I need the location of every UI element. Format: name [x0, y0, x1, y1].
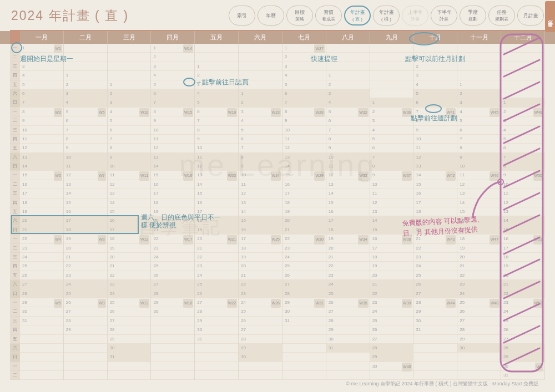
day-cell[interactable]: 3 [413, 71, 457, 80]
week-label[interactable]: W38 [402, 235, 412, 244]
day-cell[interactable]: 22W4 [20, 235, 63, 243]
day-cell[interactable]: 9 [239, 162, 282, 171]
day-cell[interactable]: 15W3 [20, 171, 63, 180]
day-cell[interactable]: 24 [64, 280, 107, 289]
day-cell[interactable]: 24W26 [239, 298, 282, 307]
day-cell[interactable]: 5 [501, 135, 544, 144]
day-cell[interactable]: 15 [64, 198, 107, 207]
day-cell[interactable]: 20 [64, 244, 107, 253]
day-cell[interactable]: 3 [108, 98, 151, 107]
day-cell[interactable]: 19 [239, 253, 282, 262]
day-cell[interactable]: 26 [151, 271, 194, 280]
day-cell[interactable]: 5 [413, 89, 457, 98]
day-cell[interactable]: 29 [64, 325, 107, 334]
day-cell[interactable]: 6 [457, 126, 501, 135]
day-cell[interactable]: 27 [370, 335, 413, 344]
day-cell[interactable]: 12 [239, 189, 282, 198]
day-cell[interactable]: 12 [413, 153, 457, 162]
week-label[interactable]: W13 [139, 299, 149, 308]
day-cell[interactable]: 22 [195, 253, 238, 262]
day-cell[interactable]: 27 [151, 280, 194, 289]
day-cell[interactable]: 10 [501, 180, 544, 189]
day-cell[interactable]: 19 [108, 244, 151, 253]
day-cell[interactable]: 21 [326, 253, 370, 262]
day-cell[interactable]: 1 [457, 80, 501, 89]
day-cell[interactable]: 10 [413, 135, 457, 144]
day-cell[interactable]: 25 [20, 262, 63, 271]
week-label[interactable]: W4 [54, 235, 62, 244]
day-cell[interactable]: 16 [64, 207, 107, 216]
day-cell[interactable]: 17 [151, 189, 194, 198]
day-cell[interactable]: 29W5 [20, 298, 63, 307]
week-label[interactable]: W45 [490, 108, 500, 117]
day-cell[interactable]: 21 [282, 226, 326, 235]
day-cell[interactable]: 11 [413, 144, 457, 152]
day-cell[interactable]: 25W48 [457, 298, 501, 307]
day-cell[interactable]: 23 [195, 262, 238, 271]
day-cell[interactable]: 20 [20, 216, 63, 225]
nav-tab-3[interactable]: 習慣養成表 [315, 6, 342, 26]
day-cell[interactable]: 19W8 [64, 235, 107, 243]
day-cell[interactable]: 23 [239, 289, 282, 298]
day-cell[interactable]: 11 [64, 162, 107, 171]
day-cell[interactable]: 12 [20, 144, 63, 152]
day-cell[interactable]: 8 [108, 144, 151, 152]
day-cell[interactable]: 15W29 [282, 171, 326, 180]
day-cell[interactable]: 26 [457, 307, 501, 316]
day-cell[interactable]: 19 [151, 207, 194, 216]
day-cell[interactable]: 8W15 [151, 108, 194, 116]
day-cell[interactable]: 16 [326, 207, 370, 216]
day-cell[interactable]: 4 [282, 71, 326, 80]
week-label[interactable]: W18 [183, 299, 193, 308]
week-label[interactable]: W47 [490, 235, 500, 244]
day-cell[interactable]: 30 [108, 344, 151, 353]
day-cell[interactable]: 24 [413, 262, 457, 271]
month-header-12[interactable]: 十二月 [501, 31, 545, 44]
day-cell[interactable]: 28 [64, 317, 107, 325]
month-header-8[interactable]: 八月 [326, 31, 370, 44]
day-cell[interactable]: 15 [239, 216, 282, 225]
day-cell[interactable]: 13 [239, 198, 282, 207]
month-header-1[interactable]: 一月 [20, 31, 64, 44]
week-label[interactable]: W37 [402, 171, 412, 180]
day-cell[interactable]: 20 [151, 216, 194, 225]
day-cell[interactable]: 22 [501, 289, 544, 298]
week-label[interactable]: W8 [98, 235, 106, 244]
day-cell[interactable]: 29 [370, 353, 413, 362]
day-cell[interactable]: 26 [282, 271, 326, 280]
day-cell[interactable]: 3 [370, 116, 413, 125]
week-label[interactable]: W14 [183, 44, 193, 53]
month-header-11[interactable]: 十一月 [457, 31, 501, 44]
day-cell[interactable]: 13W20 [195, 171, 238, 180]
day-cell[interactable]: 14 [326, 189, 370, 198]
day-cell[interactable]: 9 [64, 144, 107, 152]
day-cell[interactable]: 30 [457, 344, 501, 353]
day-cell[interactable]: 13 [326, 180, 370, 189]
day-cell[interactable]: 18 [282, 198, 326, 207]
day-cell[interactable]: 1 [239, 89, 282, 98]
week-label[interactable]: W22 [227, 299, 237, 308]
day-cell[interactable]: 1 [413, 53, 457, 62]
day-cell[interactable]: 20 [108, 253, 151, 262]
nav-tab-9[interactable]: 任務規劃表 [488, 6, 515, 26]
month-header-7[interactable]: 七月 [282, 31, 326, 44]
day-cell[interactable]: 27 [239, 325, 282, 334]
week-label[interactable]: W34 [358, 235, 368, 244]
week-label[interactable]: W7 [98, 171, 106, 180]
day-cell[interactable]: 2 [239, 98, 282, 107]
nav-tab-0[interactable]: 索引 [229, 6, 255, 26]
day-cell[interactable]: 27 [501, 335, 544, 344]
day-cell[interactable]: 23 [64, 271, 107, 280]
day-cell[interactable]: 8 [326, 135, 370, 144]
day-cell[interactable]: 10 [282, 126, 326, 135]
day-cell[interactable]: 28 [195, 307, 238, 316]
day-cell[interactable]: 5 [151, 80, 194, 89]
day-cell[interactable]: 2 [195, 71, 238, 80]
day-cell[interactable]: 20 [413, 226, 457, 235]
day-cell[interactable]: 29 [326, 325, 370, 334]
day-cell[interactable]: 7 [195, 116, 238, 125]
day-cell[interactable]: 12W33 [326, 171, 370, 180]
day-cell[interactable]: 8 [413, 116, 457, 125]
day-cell[interactable]: 30 [282, 307, 326, 316]
day-cell[interactable]: 28 [501, 344, 544, 353]
